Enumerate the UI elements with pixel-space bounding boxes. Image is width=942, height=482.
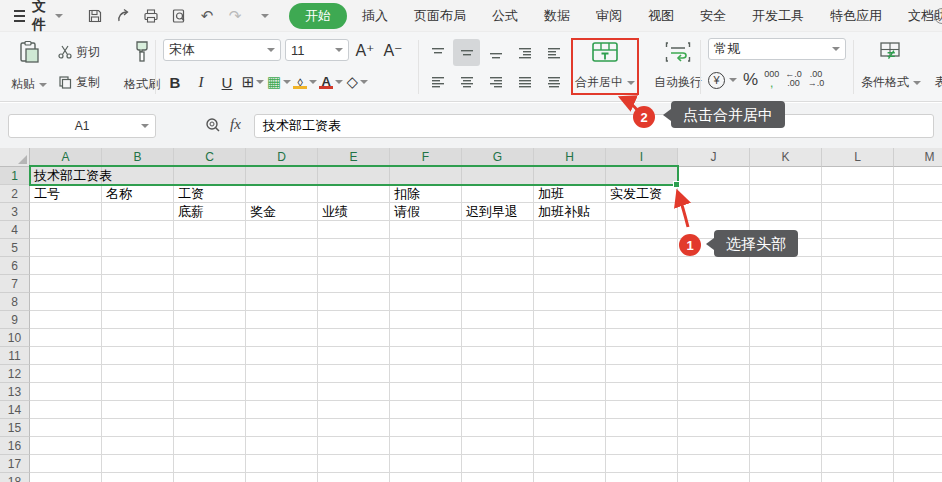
row-header-5[interactable]: 5 [0, 239, 30, 257]
table-style-button[interactable]: 表格样式 [924, 38, 942, 96]
align-right-button[interactable] [482, 68, 509, 95]
column-header-C[interactable]: C [174, 148, 246, 167]
row-header-1[interactable]: 1 [0, 167, 30, 185]
decrease-decimal-button[interactable]: .00→.0 [808, 67, 825, 88]
cut-button[interactable]: 剪切 [58, 44, 114, 61]
redo-icon[interactable]: ↷ [223, 5, 247, 27]
increase-font-button[interactable]: A⁺ [353, 38, 377, 62]
indent-decrease-button[interactable] [511, 39, 538, 66]
column-header-A[interactable]: A [30, 148, 102, 167]
cell-F2[interactable]: 扣除 [390, 185, 420, 203]
row-header-8[interactable]: 8 [0, 293, 30, 311]
print-preview-icon[interactable] [167, 5, 191, 27]
cell-G3[interactable]: 迟到早退 [462, 203, 518, 221]
bold-button[interactable]: B [163, 70, 187, 94]
menu-tab-开发工具[interactable]: 开发工具 [739, 3, 817, 29]
menu-tab-页面布局[interactable]: 页面布局 [401, 3, 479, 29]
format-painter-button[interactable]: 格式刷 [116, 37, 168, 97]
row-header-4[interactable]: 4 [0, 221, 30, 239]
row-header-15[interactable]: 15 [0, 419, 30, 437]
row-header-7[interactable]: 7 [0, 275, 30, 293]
cell-C2[interactable]: 工资 [174, 185, 204, 203]
row-header-13[interactable]: 13 [0, 383, 30, 401]
search-function-icon[interactable] [204, 116, 222, 138]
column-header-M[interactable]: M [894, 148, 942, 167]
merge-center-button[interactable]: 合并居中 [567, 38, 643, 96]
column-header-K[interactable]: K [750, 148, 822, 167]
row-header-16[interactable]: 16 [0, 437, 30, 455]
italic-button[interactable]: I [189, 70, 213, 94]
fill-color-button[interactable]: ⬨ [293, 70, 317, 94]
align-center-button[interactable] [453, 68, 480, 95]
menu-tab-插入[interactable]: 插入 [349, 3, 401, 29]
column-header-D[interactable]: D [246, 148, 318, 167]
distribute-button[interactable] [540, 68, 567, 95]
undo-icon[interactable]: ↶ [195, 5, 219, 27]
underline-button[interactable]: U [215, 70, 239, 94]
thousands-separator-button[interactable]: 000, [764, 67, 779, 88]
align-middle-button[interactable] [453, 39, 480, 66]
more-commands-icon[interactable] [251, 5, 275, 27]
row-header-2[interactable]: 2 [0, 185, 30, 203]
select-all-corner[interactable] [0, 148, 30, 167]
cell-H2[interactable]: 加班 [534, 185, 564, 203]
fx-icon[interactable]: fx [230, 116, 241, 133]
font-size-select[interactable]: 11 [285, 39, 349, 61]
cell-I2[interactable]: 实发工资 [606, 185, 662, 203]
menu-tab-视图[interactable]: 视图 [635, 3, 687, 29]
row-header-6[interactable]: 6 [0, 257, 30, 275]
align-left-button[interactable] [424, 68, 451, 95]
cell-E3[interactable]: 业绩 [318, 203, 348, 221]
cell-H3[interactable]: 加班补贴 [534, 203, 590, 221]
menu-tab-审阅[interactable]: 审阅 [583, 3, 635, 29]
column-header-J[interactable]: J [678, 148, 750, 167]
conditional-format-button[interactable]: 条件格式 [862, 38, 920, 96]
row-header-17[interactable]: 17 [0, 455, 30, 473]
copy-button[interactable]: 复制 [58, 74, 114, 91]
column-header-H[interactable]: H [534, 148, 606, 167]
formula-input[interactable]: 技术部工资表 [254, 114, 934, 138]
print-icon[interactable] [139, 5, 163, 27]
menu-tab-开始[interactable]: 开始 [289, 3, 347, 29]
cell-A2[interactable]: 工号 [30, 185, 60, 203]
menu-tab-公式[interactable]: 公式 [479, 3, 531, 29]
cell-C3[interactable]: 底薪 [174, 203, 204, 221]
column-header-I[interactable]: I [606, 148, 678, 167]
column-header-F[interactable]: F [390, 148, 462, 167]
font-family-select[interactable]: 宋体 [163, 39, 281, 61]
spreadsheet-grid[interactable]: ABCDEFGHIJKLM123456789101112131415161718… [0, 148, 942, 482]
fill-handle[interactable] [673, 181, 680, 188]
percent-button[interactable]: % [743, 67, 758, 93]
menu-tab-安全[interactable]: 安全 [687, 3, 739, 29]
row-header-14[interactable]: 14 [0, 401, 30, 419]
align-bottom-button[interactable] [482, 39, 509, 66]
export-icon[interactable] [111, 5, 135, 27]
cell-A1[interactable]: 技术部工资表 [30, 167, 112, 185]
row-header-18[interactable]: 18 [0, 473, 30, 482]
column-header-G[interactable]: G [462, 148, 534, 167]
column-header-B[interactable]: B [102, 148, 174, 167]
row-header-11[interactable]: 11 [0, 347, 30, 365]
justify-button[interactable] [511, 68, 538, 95]
row-header-9[interactable]: 9 [0, 311, 30, 329]
menu-tab-特色应用[interactable]: 特色应用 [817, 3, 895, 29]
menu-tab-数据[interactable]: 数据 [531, 3, 583, 29]
wrap-text-button[interactable]: 自动换行 [650, 38, 706, 96]
file-menu[interactable]: 文件 [0, 0, 63, 34]
currency-button[interactable]: ¥ [708, 67, 737, 93]
column-header-E[interactable]: E [318, 148, 390, 167]
name-box[interactable]: A1 [8, 114, 156, 138]
indent-increase-button[interactable] [540, 39, 567, 66]
clear-format-button[interactable]: ◇ [345, 70, 369, 94]
number-format-select[interactable]: 常规 [708, 38, 846, 60]
borders-button[interactable]: ⊞ [241, 70, 265, 94]
align-top-button[interactable] [424, 39, 451, 66]
cell-B2[interactable]: 名称 [102, 185, 132, 203]
cell-D3[interactable]: 奖金 [246, 203, 276, 221]
paste-button[interactable]: 粘贴 [6, 37, 52, 97]
column-header-L[interactable]: L [822, 148, 894, 167]
cell-F3[interactable]: 请假 [390, 203, 420, 221]
row-header-12[interactable]: 12 [0, 365, 30, 383]
row-header-3[interactable]: 3 [0, 203, 30, 221]
row-header-10[interactable]: 10 [0, 329, 30, 347]
